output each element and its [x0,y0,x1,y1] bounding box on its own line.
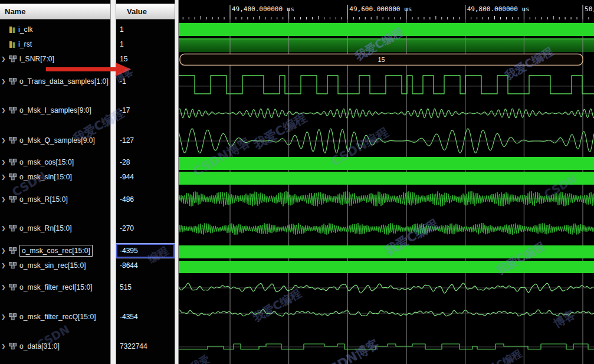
signal-value-o_msk_Rn150[interactable]: -270 [116,221,175,235]
signal-value-o_msk_R150[interactable]: -486 [116,192,175,206]
signal-name-label: o_msk_sin_rec[15:0] [19,261,86,270]
signal-value-label: -28 [120,158,130,166]
signal-row-i_rst[interactable]: i_rst [0,37,110,51]
expand-chevron-icon[interactable]: ❯ [0,107,9,113]
bus-icon [9,137,17,144]
expand-chevron-icon[interactable]: ❯ [0,225,9,231]
expand-chevron-icon[interactable]: ❯ [0,314,9,320]
time-axis-label: 50, [585,5,594,13]
signal-value-o_Msk_Q_samples90[interactable]: -127 [116,133,175,147]
signal-value-label: 515 [120,283,132,291]
bus-icon [9,262,17,269]
signal-row-o_msk_Rn150[interactable]: ❯o_msk_Rn[15:0] [0,221,110,235]
bus-icon [9,225,17,232]
value-column-label: Value [127,7,147,16]
signal-name-label: i_rst [18,40,32,48]
signal-value-label: -270 [120,224,134,232]
signal-value-label: 1 [120,40,124,48]
signal-value-o_msk_filter_recI150[interactable]: 515 [116,280,175,294]
waveform-area[interactable]: 49,400.000000 us49,600.000000 us49,800.0… [179,0,594,364]
name-column-label: Name [5,7,25,16]
signal-row-i_SNR70[interactable]: ❯i_SNR[7:0] [0,52,110,66]
signal-name-label: i_clk [18,25,33,34]
signal-name-label: o_msk_cos[15:0] [19,158,74,166]
signal-name-label: o_msk_R[15:0] [19,195,68,204]
signal-value-o_data310[interactable]: 7322744 [116,339,175,353]
signal-name-label: o_data[31:0] [19,342,60,350]
bus-icon [9,247,17,254]
expand-chevron-icon[interactable]: ❯ [0,137,9,143]
signal-value-o_msk_cos_rec150[interactable]: -4395 [116,244,175,258]
signal-value-label: -8644 [120,261,138,270]
scalar-icon [9,41,16,48]
signal-row-o_Trans_data_samples10[interactable]: ❯o_Trans_data_samples[1:0] [0,74,110,88]
waveform-viewer: { "header": { "name_col": "Name", "value… [0,0,594,364]
expand-chevron-icon[interactable]: ❯ [0,159,9,165]
signal-value-label: -17 [120,106,130,114]
signal-value-label: 15 [120,55,127,63]
signal-value-label: -944 [120,173,134,181]
signal-value-label: 7322744 [120,342,147,350]
signal-row-o_msk_sin_rec150[interactable]: ❯o_msk_sin_rec[15:0] [0,258,110,273]
expand-chevron-icon[interactable]: ❯ [0,284,9,290]
signal-row-o_Msk_I_samples90[interactable]: ❯o_Msk_I_samples[9:0] [0,103,110,117]
signal-name-label: o_msk_sin[15:0] [19,173,72,181]
signal-value-o_msk_sin150[interactable]: -944 [116,170,175,184]
signal-value-i_rst[interactable]: 1 [116,37,175,51]
bus-icon [9,343,17,350]
vertical-scrollbar[interactable] [110,0,116,364]
time-axis-label: 49,600.000000 us [349,5,412,13]
signal-row-o_data310[interactable]: ❯o_data[31:0] [0,339,110,353]
expand-chevron-icon[interactable]: ❯ [0,56,9,62]
expand-chevron-icon[interactable]: ❯ [0,78,9,84]
waveform-canvas[interactable]: 49,400.000000 us49,600.000000 us49,800.0… [179,0,594,364]
signal-value-label: -1 [120,77,126,86]
panel-splitter[interactable] [175,0,179,364]
signal-name-panel: Name i_clki_rst❯i_SNR[7:0]❯o_Trans_data_… [0,0,110,364]
expand-chevron-icon[interactable]: ❯ [0,248,9,254]
signal-value-o_Msk_I_samples90[interactable]: -17 [116,103,175,117]
bus-icon [9,173,17,181]
signal-value-i_SNR70[interactable]: 15 [116,52,175,66]
signal-value-label: -486 [120,195,134,204]
bus-icon [9,159,17,166]
signal-name-label: o_msk_Rn[15:0] [19,224,72,232]
signal-value-o_msk_sin_rec150[interactable]: -8644 [116,258,175,273]
expand-chevron-icon[interactable]: ❯ [0,263,9,268]
time-axis-label: 49,800.000000 us [467,5,530,13]
scalar-icon [9,26,16,34]
signal-row-i_clk[interactable]: i_clk [0,22,110,37]
signal-value-o_msk_filter_recQ150[interactable]: -4354 [116,310,175,324]
signal-value-panel: Value 1115-1-17-127-28-944-486-270-4395-… [116,0,175,364]
signal-name-label: o_msk_filter_recQ[15:0] [19,313,96,321]
expand-chevron-icon[interactable]: ❯ [0,196,9,202]
signal-name-label: o_msk_cos_rec[15:0] [19,245,93,257]
signal-name-label: o_Msk_Q_samples[9:0] [19,136,95,145]
signal-row-o_Msk_Q_samples90[interactable]: ❯o_Msk_Q_samples[9:0] [0,133,110,147]
signal-row-o_msk_filter_recI150[interactable]: ❯o_msk_filter_recI[15:0] [0,280,110,294]
bus-icon [9,107,17,114]
signal-row-o_msk_R150[interactable]: ❯o_msk_R[15:0] [0,192,110,206]
bus-value-label: 15 [378,56,385,63]
signal-value-i_clk[interactable]: 1 [116,22,175,37]
bus-icon [9,78,17,85]
signal-row-o_msk_sin150[interactable]: ❯o_msk_sin[15:0] [0,170,110,184]
time-axis-label: 49,400.000000 us [232,5,294,13]
signal-row-o_msk_filter_recQ150[interactable]: ❯o_msk_filter_recQ[15:0] [0,310,110,324]
signal-value-o_msk_cos150[interactable]: -28 [116,155,175,169]
signal-name-label: i_SNR[7:0] [19,55,54,63]
bus-icon [9,196,17,203]
bus-icon [9,313,17,320]
signal-value-o_Trans_data_samples10[interactable]: -1 [116,74,175,88]
name-column-header: Name [0,4,110,19]
bus-icon [9,284,17,291]
signal-value-label: -127 [120,136,134,145]
signal-row-o_msk_cos_rec150[interactable]: ❯o_msk_cos_rec[15:0] [0,244,110,258]
signal-row-o_msk_cos150[interactable]: ❯o_msk_cos[15:0] [0,155,110,169]
expand-chevron-icon[interactable]: ❯ [0,174,9,180]
value-column-header: Value [116,4,175,19]
signal-value-label: -4395 [120,247,138,255]
signal-name-label: o_msk_filter_recI[15:0] [19,283,93,291]
expand-chevron-icon[interactable]: ❯ [0,343,9,349]
signal-name-label: o_Msk_I_samples[9:0] [19,106,91,114]
